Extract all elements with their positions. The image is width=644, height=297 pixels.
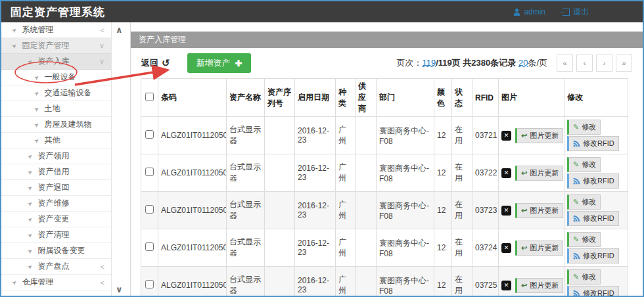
sidebar-item-7[interactable]: ➤其他 — [1, 133, 111, 148]
sidebar-item-label: 资产变更 — [38, 214, 70, 225]
current-page-link[interactable]: 119 — [422, 58, 436, 68]
cell-rfid: 03723 — [472, 192, 499, 229]
sidebar-item-8[interactable]: ➤资产领用 — [1, 148, 111, 164]
sidebar-item-label: 资产借用 — [38, 166, 70, 177]
cell-serial — [265, 267, 295, 297]
page-size-link[interactable]: 20 — [518, 58, 528, 68]
edit-rfid-label: 修改RFID — [583, 288, 614, 297]
nav-arrow-icon: ➤ — [26, 199, 34, 208]
row-checkbox[interactable] — [145, 242, 154, 251]
pic-update-label: 图片更新 — [530, 243, 559, 253]
cell-status: 在用 — [452, 117, 472, 154]
sidebar-item-2[interactable]: ➤资产入库∨ — [1, 54, 111, 70]
cell-barcode: ALGZ01IT0112050017 — [158, 229, 227, 267]
no-image-icon: ✕ — [501, 281, 511, 290]
edit-label: 修改 — [582, 197, 596, 207]
add-asset-button[interactable]: 新增资产 ✚ — [187, 53, 252, 73]
sidebar-item-15[interactable]: ➤资产盘点< — [1, 259, 111, 275]
sidebar-item-12[interactable]: ➤资产变更 — [1, 212, 111, 227]
cell-serial — [265, 229, 295, 267]
pic-update-button[interactable]: ↩图片更新 — [515, 166, 563, 181]
cell-date: 2016-12-23 — [295, 229, 336, 267]
sidebar-item-label: 资产盘点 — [38, 261, 70, 272]
edit-rfid-button[interactable]: 修改RFID — [567, 211, 619, 226]
row-checkbox[interactable] — [145, 130, 154, 139]
page-size-suffix: 条/页 — [528, 58, 547, 68]
pic-update-button[interactable]: ↩图片更新 — [515, 278, 563, 293]
back-label: 返回 — [141, 57, 158, 69]
sidebar-item-9[interactable]: ➤资产借用 — [1, 164, 111, 180]
sidebar-item-0[interactable]: ➤系统管理< — [1, 22, 111, 38]
edit-button[interactable]: ✎修改 — [567, 232, 601, 247]
nav-arrow-icon: ➤ — [26, 246, 34, 255]
sidebar-item-3[interactable]: ➤一般设备 — [1, 70, 111, 85]
column-header-6: 部门 — [377, 79, 434, 117]
row-checkbox[interactable] — [145, 205, 154, 214]
edit-rfid-button[interactable]: 修改RFID — [567, 286, 619, 297]
edit-rfid-button[interactable]: 修改RFID — [567, 136, 619, 151]
sidebar-item-6[interactable]: ➤房屋及建筑物 — [1, 117, 111, 133]
cell-supplier — [356, 229, 377, 267]
chevron-icon: ∨ — [99, 41, 104, 50]
sidebar-item-11[interactable]: ➤资产维修 — [1, 196, 111, 212]
sidebar-item-10[interactable]: ➤资产退回 — [1, 180, 111, 196]
add-asset-label: 新增资产 — [196, 57, 231, 69]
back-button[interactable]: 返回 ↺ — [141, 57, 170, 69]
sidebar-item-14[interactable]: ➤附属设备变更 — [1, 243, 111, 259]
sidebar-item-16[interactable]: ➤仓库管理< — [1, 275, 111, 290]
row-checkbox[interactable] — [145, 280, 154, 288]
last-page-button[interactable]: » — [616, 55, 632, 72]
cell-supplier — [356, 192, 377, 229]
edit-rfid-label: 修改RFID — [583, 176, 614, 186]
next-page-button[interactable]: › — [596, 55, 612, 72]
cell-barcode: ALGZ01IT0112050015 — [158, 154, 227, 192]
scroll-up-icon[interactable]: ∧ — [116, 25, 123, 35]
pic-update-button[interactable]: ↩图片更新 — [515, 203, 563, 218]
user-menu[interactable]: admin — [513, 7, 545, 16]
edit-button[interactable]: ✎修改 — [567, 157, 601, 172]
nav-arrow-icon: ➤ — [26, 168, 34, 176]
sidebar-item-1[interactable]: ➤固定资产管理∨ — [1, 38, 111, 54]
prev-page-button[interactable]: ‹ — [576, 55, 593, 72]
edit-button[interactable]: ✎修改 — [567, 120, 601, 135]
pic-update-button[interactable]: ↩图片更新 — [515, 128, 563, 143]
table-row-4: ALGZ01IT0112050018台式显示器2016-12-23广州寰图商务中… — [141, 267, 628, 297]
cell-serial — [265, 192, 295, 229]
plus-icon: ✚ — [235, 58, 242, 68]
rfid-signal-icon — [573, 140, 580, 147]
scroll-down-icon[interactable]: ∨ — [116, 285, 123, 294]
sidebar-item-13[interactable]: ➤资产清理 — [1, 227, 111, 243]
edit-rfid-button[interactable]: 修改RFID — [567, 248, 619, 263]
cell-supplier — [356, 267, 377, 297]
edit-button[interactable]: ✎修改 — [567, 269, 601, 285]
pic-update-button[interactable]: ↩图片更新 — [515, 240, 563, 256]
first-page-button[interactable]: « — [557, 55, 573, 72]
column-header-7: 颜色 — [434, 79, 452, 117]
no-image-icon: ✕ — [501, 168, 511, 178]
cell-date: 2016-12-23 — [295, 117, 336, 154]
edit-button[interactable]: ✎修改 — [567, 194, 601, 210]
cell-category: 广州 — [336, 154, 356, 192]
select-all-checkbox[interactable] — [145, 93, 154, 101]
reply-arrow-icon: ↩ — [521, 131, 527, 140]
sidebar-item-label: 资产入库 — [38, 56, 70, 67]
undo-icon: ↺ — [162, 57, 170, 69]
chevron-icon: < — [101, 26, 104, 34]
sidebar-scrollbar[interactable]: ∧ ∨ — [112, 22, 130, 296]
user-name: admin — [524, 7, 545, 16]
logout-link[interactable]: 退出 — [563, 7, 589, 18]
sidebar-item-label: 土地 — [45, 103, 60, 114]
pagination: 页次：119/119页 共2380条记录 20条/页 «‹›» — [396, 55, 632, 72]
no-image-icon: ✕ — [501, 243, 511, 253]
cell-rfid: 03724 — [472, 229, 499, 267]
sidebar-item-label: 一般设备 — [45, 72, 76, 83]
sidebar-item-5[interactable]: ➤土地 — [1, 101, 111, 117]
table-row-1: ALGZ01IT0112050015台式显示器2016-12-23广州寰图商务中… — [141, 154, 628, 192]
row-checkbox[interactable] — [145, 168, 154, 176]
nav-arrow-icon: ➤ — [33, 120, 41, 129]
pager-buttons: «‹›» — [557, 55, 632, 72]
cell-color: 12 — [434, 267, 452, 297]
nav-arrow-icon: ➤ — [33, 73, 41, 81]
edit-rfid-button[interactable]: 修改RFID — [567, 173, 619, 189]
sidebar-item-4[interactable]: ➤交通运输设备 — [1, 85, 111, 101]
